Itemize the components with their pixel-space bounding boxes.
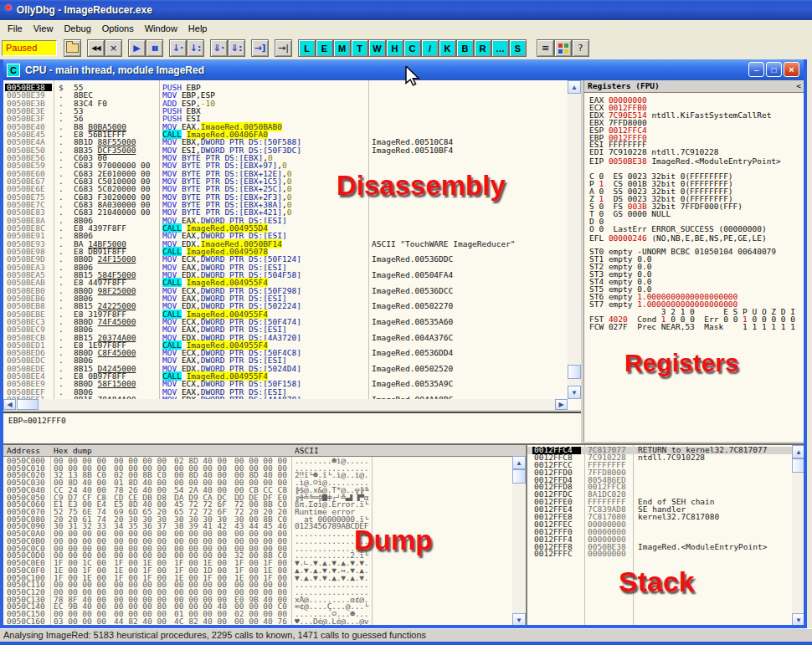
registers-pane[interactable]: Registers (FPU) < EAX 00000000ECX 0012FF…	[583, 80, 804, 442]
register-line[interactable]: EIP 0050BE38 ImageRed.<ModuleEntryPoint>	[589, 157, 781, 165]
open-file-icon	[66, 44, 79, 53]
execute-till-return-button[interactable]: →]	[251, 39, 269, 57]
run-button[interactable]: ▶	[128, 39, 146, 57]
dump-ascii: ........☺...☻...	[295, 611, 372, 618]
help-button[interactable]: ?	[572, 39, 589, 57]
menu-item-help[interactable]: Help	[188, 23, 208, 33]
scroll-thumb[interactable]	[568, 365, 581, 379]
register-line[interactable]: EDI 7C910228 ntdll.7C910228	[589, 148, 718, 156]
register-line[interactable]: O 0 LastErr ERROR_SUCCESS (00000000)	[589, 225, 767, 233]
open-file-button[interactable]	[64, 39, 81, 57]
dump-vertical-scrollbar[interactable]: ▲ ▼	[512, 456, 526, 625]
stack-vertical-scrollbar[interactable]: ▲ ▼	[792, 445, 804, 625]
view-slash-button[interactable]: /	[421, 39, 439, 57]
dump-ascii: ........☻ì@.....	[295, 458, 372, 465]
view-b-button[interactable]: B	[456, 39, 474, 57]
scroll-down-button[interactable]: ▼	[792, 613, 804, 625]
log-window-button[interactable]: ≡	[537, 39, 554, 57]
step-over-button[interactable]: ↓:	[187, 39, 204, 57]
scroll-down-button[interactable]: ▼	[568, 386, 581, 399]
run-status-indicator: Paused	[2, 40, 57, 56]
view-c-button[interactable]: C	[403, 39, 421, 57]
info-pane[interactable]: EBP=0012FFF0	[3, 412, 581, 443]
minimize-button[interactable]: –	[748, 62, 764, 77]
restore-button[interactable]: □	[766, 62, 782, 77]
dump-header-address: Address	[7, 446, 40, 455]
dump-header-ascii: ASCII	[295, 446, 319, 455]
scroll-thumb[interactable]	[792, 458, 804, 473]
view-k-button[interactable]: K	[439, 39, 456, 57]
stack-address: 0012FFFC	[534, 550, 581, 558]
disasm-vertical-scrollbar[interactable]: ▲ ▼	[568, 80, 581, 399]
dump-hex-group: 00 00 40 76	[234, 618, 293, 625]
dump-row[interactable]: 0050C16003 00 00 0044 82 40 004C 82 40 0…	[3, 618, 526, 625]
register-line[interactable]: FCW 027F Prec NEAR,53 Mask 1 1 1 1 1 1	[589, 323, 795, 330]
trace-into-icon: ⇓·	[213, 43, 224, 54]
view-t-button[interactable]: T	[351, 39, 368, 57]
view-l-button[interactable]: L	[298, 39, 316, 57]
dump-ascii: ................	[295, 581, 372, 589]
close-program-button[interactable]: ×	[105, 39, 122, 57]
dump-ascii: 0123456789ABCDEF	[295, 523, 372, 530]
info-line[interactable]: EBP=0012FFF0	[8, 416, 66, 425]
registers-header: Registers (FPU) <	[584, 80, 804, 93]
view-r-button[interactable]: R	[474, 39, 491, 57]
scroll-thumb[interactable]	[512, 469, 526, 484]
pause-button[interactable]: ▮▮	[146, 39, 163, 57]
menu-item-file[interactable]: File	[8, 23, 23, 33]
step-into-button[interactable]: ↓·	[169, 39, 187, 57]
close-button[interactable]: ×	[784, 62, 799, 77]
view-w-button[interactable]: W	[368, 39, 386, 57]
help-icon: ?	[578, 43, 583, 54]
scroll-up-button[interactable]: ▲	[792, 445, 804, 458]
trace-over-button[interactable]: ⇓:	[228, 39, 245, 57]
pause-icon: ▮▮	[152, 44, 157, 52]
trace-into-button[interactable]: ⇓·	[210, 39, 228, 57]
menu-item-window[interactable]: Window	[145, 23, 177, 33]
view-dots-button[interactable]: …	[491, 39, 509, 57]
arrow-left-icon: ◀	[7, 401, 12, 408]
dump-ascii: ╠$@.x&@.T*@..╦╠╚	[295, 487, 372, 494]
go-to-address-button[interactable]: →|	[275, 39, 292, 57]
view-m-button[interactable]: M	[333, 39, 351, 57]
dump-ascii: ................	[295, 589, 372, 596]
scroll-right-button[interactable]: ▶	[555, 399, 568, 410]
log-window-icon: ≡	[542, 43, 549, 54]
disasm-row[interactable]: 0050BE3B.83C4 F0ADD ESP,-10	[3, 100, 568, 107]
dump-pane[interactable]: Address Hex dump ASCII 0050C00000 00 00 …	[3, 443, 526, 625]
disasm-comment: ImageRed.00535A60	[372, 318, 453, 325]
status-bar: Analysing ImageRed: 5183 heuristical pro…	[0, 628, 812, 642]
view-e-button[interactable]: E	[316, 39, 333, 57]
view-h-button[interactable]: H	[386, 39, 403, 57]
disasm-comment: ImageRed.00536DCC	[372, 287, 453, 294]
stack-comment: ImageRed.<ModuleEntryPoint>	[638, 544, 767, 551]
scroll-up-button[interactable]: ▲	[568, 80, 581, 94]
taskbar-edge	[0, 642, 812, 645]
windows-list-button[interactable]	[554, 39, 572, 57]
register-line[interactable]: EFL 00000246 (NO,NB,E,BE,NS,PE,GE,LE)	[589, 234, 767, 242]
arrow-down-icon: ▼	[571, 389, 578, 397]
cpu-titlebar[interactable]: C CPU - main thread, module ImageRed – □…	[3, 59, 804, 80]
view-s-button[interactable]: S	[509, 39, 527, 57]
menu-item-debug[interactable]: Debug	[64, 23, 90, 33]
disassembly-pane[interactable]: 0050BE38$55PUSH EBP0050BE39.8BECMOV EBP,…	[3, 80, 581, 410]
close-program-icon: ×	[110, 43, 117, 54]
stack-pane[interactable]: 0012FFC47C817077RETURN to kernel32.7C817…	[526, 443, 804, 625]
scroll-up-button[interactable]: ▲	[512, 456, 526, 469]
stack-row[interactable]: 0012FFFC00000000	[527, 550, 792, 558]
disasm-horizontal-scrollbar[interactable]: ◀ ▶	[3, 399, 568, 410]
dump-ascii: ................	[295, 545, 372, 553]
disasm-comment: ImageRed.004A376C	[372, 334, 453, 341]
scroll-left-button[interactable]: ◀	[3, 399, 16, 410]
restart-button[interactable]: ◀◀	[87, 39, 105, 57]
cpu-window-icon: C	[7, 64, 20, 77]
disasm-row[interactable]: 0050BE3E.53PUSH EBX	[3, 107, 568, 115]
registers-header-title: Registers (FPU)	[588, 81, 660, 90]
stack-comment: kernel32.7C817080	[638, 514, 719, 521]
collapse-icon[interactable]: <	[796, 81, 801, 90]
step-over-icon: ↓:	[190, 43, 202, 54]
scroll-down-button[interactable]: ▼	[512, 613, 526, 625]
menu-item-view[interactable]: View	[33, 23, 54, 33]
scroll-thumb[interactable]	[17, 399, 39, 410]
menu-item-options[interactable]: Options	[102, 23, 134, 33]
